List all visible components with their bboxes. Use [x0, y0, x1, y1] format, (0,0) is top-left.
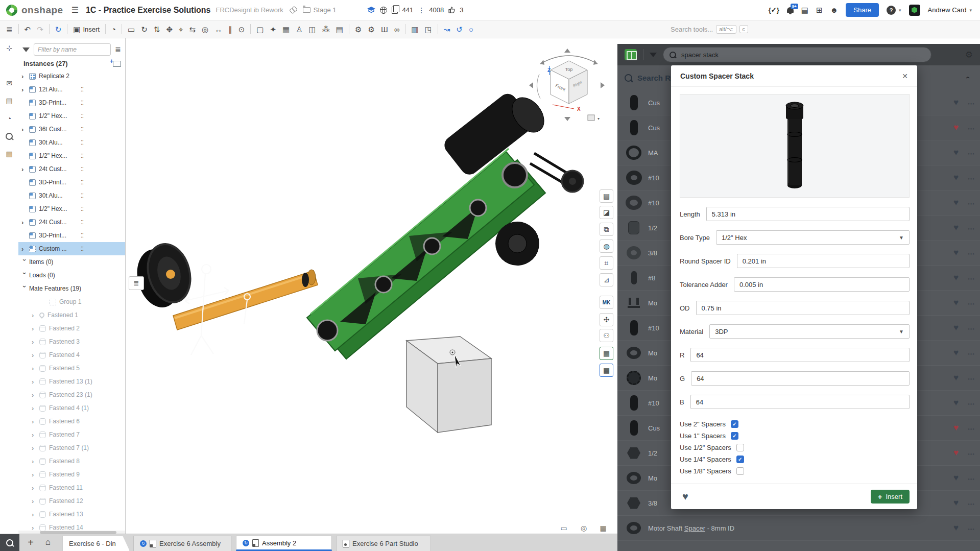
more-options-icon[interactable] [968, 250, 975, 256]
tree-section-items[interactable]: Items (0) ⁚⁚ [18, 255, 125, 269]
tree-item-fastened-11[interactable]: Fastened 11 ⁚⁚ [18, 481, 125, 494]
toolbar-icon[interactable] [18, 24, 19, 34]
belt-relation-icon[interactable]: ∞ [391, 24, 403, 35]
favorite-icon[interactable] [953, 473, 959, 483]
perspective-icon[interactable]: ◎ [577, 522, 590, 534]
field-input[interactable]: 5.313 in ▼ [706, 207, 910, 221]
route-spline-icon[interactable]: ↝ [441, 24, 453, 35]
tree-item-half-hex[interactable]: 1/2" Hex... ⁚⁚ [18, 149, 125, 162]
checkbox[interactable] [736, 456, 744, 463]
toolbar-icon[interactable] [122, 24, 122, 34]
fastened-mate-icon[interactable]: ▭ [125, 24, 138, 35]
tree-caret-icon[interactable] [32, 471, 39, 478]
favorite-icon[interactable] [953, 498, 959, 508]
field-input[interactable]: 64 ▼ [691, 371, 910, 386]
filter-input[interactable] [34, 43, 111, 56]
notifications-button[interactable]: 9+ [787, 7, 794, 13]
more-options-icon[interactable] [968, 475, 975, 481]
favorite-icon[interactable] [953, 273, 959, 283]
more-options-icon[interactable] [968, 500, 975, 506]
comments-icon[interactable]: ✉ [4, 78, 14, 88]
tree-item-fastened-9[interactable]: Fastened 9 ⁚⁚ [18, 468, 125, 481]
tree-caret-icon[interactable] [32, 432, 39, 438]
tree-caret-icon[interactable] [21, 285, 28, 292]
tree-item-custom-selected[interactable]: Custom ... ⁚⁚ [18, 242, 125, 255]
section-view-icon[interactable]: ◪ [600, 206, 613, 219]
gear-relation-icon[interactable]: ⚙ [365, 24, 377, 35]
add-subassembly-icon[interactable] [113, 61, 121, 67]
toolbar-icon[interactable] [49, 24, 50, 34]
bom-table-icon[interactable]: ▥ [408, 24, 421, 35]
toolbar-icon[interactable] [67, 24, 67, 34]
more-options-icon[interactable] [968, 400, 975, 406]
library-search-input[interactable] [680, 51, 925, 59]
more-options-icon[interactable] [968, 100, 975, 106]
tree-caret-icon[interactable] [32, 392, 39, 398]
field-input[interactable]: 0.201 in ▼ [737, 254, 910, 268]
tree-section-mate-features[interactable]: Mate Features (19) ⁚⁚ [18, 282, 125, 295]
avatar[interactable] [909, 5, 920, 16]
exploded-view-icon[interactable]: ⁂ [319, 24, 333, 35]
checkbox[interactable] [731, 432, 738, 440]
tree-item-36t-cust[interactable]: 36t Cust... ⁚⁚ [18, 123, 125, 136]
search-result-row-motor-shaft-spacer[interactable]: Motor Shaft Spacer - 8mm ID [617, 516, 980, 541]
view-cube-menu[interactable]: ▾ [588, 115, 600, 121]
appearance-icon[interactable]: ◍ [600, 239, 613, 253]
tab-exercise-6-assembly[interactable]: ↻ Exercise 6 Assembly [133, 536, 231, 551]
named-views-icon[interactable]: ⧉ [600, 223, 613, 236]
tree-item-30t-alu[interactable]: 30t Alu... ⁚⁚ [18, 136, 125, 149]
favorite-icon[interactable] [953, 373, 959, 383]
tab-exercise-6-din[interactable]: ↻ Exercise 6 - Din [62, 536, 130, 551]
tree-caret-icon[interactable] [32, 339, 39, 345]
rack-relation-icon[interactable]: Ш [378, 24, 391, 35]
tree-caret-icon[interactable] [21, 272, 28, 279]
more-options-icon[interactable] [968, 350, 975, 356]
favorite-icon[interactable] [953, 323, 959, 333]
list-options-icon[interactable]: ≣ [115, 45, 121, 54]
grid-plane-icon[interactable]: ▦ [596, 522, 610, 534]
field-input[interactable]: 0.75 in ▼ [696, 301, 910, 315]
tree-item-half-hex[interactable]: 1/2" Hex... ⁚⁚ [18, 202, 125, 215]
tree-caret-icon[interactable] [32, 378, 39, 385]
tree-caret-icon[interactable] [21, 126, 29, 133]
search-tools[interactable]: Search tools... alt/⌥ c [671, 25, 748, 34]
user-menu-caret-icon[interactable]: ▾ [969, 8, 972, 13]
pattern-icon[interactable]: ▦ [279, 24, 293, 35]
more-options-icon[interactable] [968, 375, 975, 381]
cylindrical-mate-icon[interactable]: ⌖ [176, 24, 186, 35]
tab-exercise-6-part-studio[interactable]: ↻ Exercise 6 Part Studio [336, 536, 431, 551]
favorite-icon[interactable] [953, 123, 959, 133]
tree-item-24t-cust[interactable]: 24t Cust... ⁚⁚ [18, 215, 125, 229]
tree-item-fastened-7[interactable]: Fastened 7 ⁚⁚ [18, 428, 125, 441]
favorite-icon[interactable] [953, 148, 959, 158]
field-input[interactable]: 1/2" Hex ▼ [716, 230, 910, 245]
tree-caret-icon[interactable] [32, 524, 39, 531]
viewport-list-button[interactable]: ≣ [129, 276, 144, 290]
tree-item-fastened-2[interactable]: Fastened 2 ⁚⁚ [18, 322, 125, 335]
likes-icon[interactable] [448, 7, 455, 13]
tree-caret-icon[interactable] [32, 445, 39, 451]
3d-viewport[interactable]: Top Front Right Z X ▾ ≣ [126, 38, 618, 534]
tree-item-24t-cust[interactable]: 24t Cust... ⁚⁚ [18, 162, 125, 176]
favorite-icon[interactable] [953, 248, 959, 258]
tree-caret-icon[interactable] [21, 73, 29, 80]
tree-caret-icon[interactable] [32, 352, 39, 358]
tree-item-group-1[interactable]: Group 1 ⁚⁚ [18, 295, 125, 308]
tree-caret-icon[interactable] [32, 405, 39, 412]
relations-icon[interactable]: ⚙ [352, 24, 365, 35]
slider-mate-icon[interactable]: ⇅ [151, 24, 163, 35]
link-icon[interactable] [290, 7, 297, 14]
favorite-icon[interactable] [953, 448, 959, 458]
favorite-icon[interactable] [953, 198, 959, 208]
tree-caret-icon[interactable] [21, 246, 29, 252]
view-list-icon[interactable]: ▤ [600, 189, 613, 203]
favorite-icon[interactable] [953, 523, 959, 533]
planar-mate-icon[interactable]: ✥ [163, 24, 176, 35]
history-panel-icon[interactable]: ◔ [4, 113, 14, 124]
robot-icon[interactable]: ⚇ [600, 329, 613, 342]
pin-slot-mate-icon[interactable]: ⇆ [186, 24, 199, 35]
tree-caret-icon[interactable] [21, 166, 29, 173]
markup-icon[interactable]: ▤ [4, 95, 14, 106]
insert-button[interactable]: Insert [871, 490, 910, 504]
ball-mate-icon[interactable]: ◎ [199, 24, 211, 35]
